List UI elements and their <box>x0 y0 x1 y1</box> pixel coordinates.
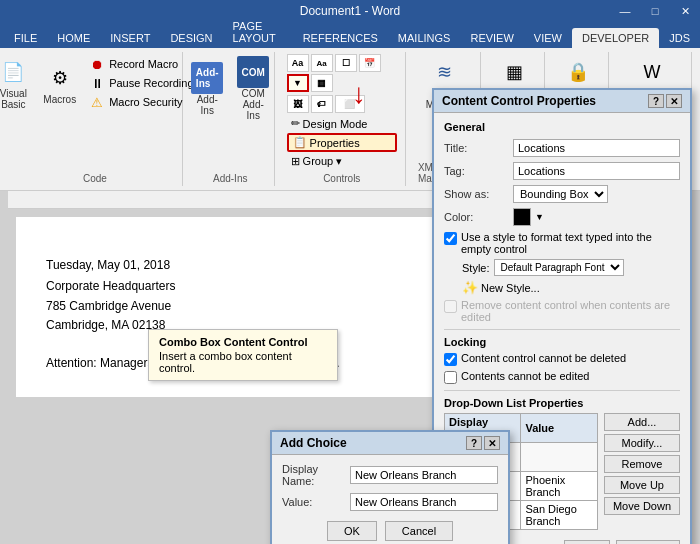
show-as-select[interactable]: Bounding Box Start/End Tag None <box>513 185 608 203</box>
design-props-buttons: ✏ Design Mode 📋 Properties ⊞ Group ▾ <box>287 116 397 169</box>
lock1-checkbox[interactable] <box>444 353 457 366</box>
design-mode-button[interactable]: ✏ Design Mode <box>287 116 397 131</box>
tab-developer[interactable]: DEVELOPER <box>572 28 659 48</box>
pause-label: Pause Recording <box>109 77 193 89</box>
color-picker[interactable] <box>513 208 531 226</box>
ac-help-button[interactable]: ? <box>466 436 482 450</box>
title-field[interactable] <box>513 139 680 157</box>
show-as-label: Show as: <box>444 188 509 200</box>
addins-group-label: Add-Ins <box>213 169 247 184</box>
record-macro-label: Record Macro <box>109 58 178 70</box>
ac-close-button[interactable]: ✕ <box>484 436 500 450</box>
title-text: Document1 - Word <box>300 4 400 18</box>
tab-insert[interactable]: INSERT <box>100 28 160 48</box>
display-name-row: Display Name: <box>282 463 498 487</box>
lock2-checkbox[interactable] <box>444 371 457 384</box>
document-icon: W <box>636 56 668 88</box>
modify-button[interactable]: Modify... <box>604 434 680 452</box>
tab-page-layout[interactable]: PAGE LAYOUT <box>223 16 293 48</box>
new-style-label: New Style... <box>481 282 540 294</box>
ac-titlebar: Add Choice ? ✕ <box>272 432 508 455</box>
close-button[interactable]: ✕ <box>670 0 700 22</box>
style-checkbox[interactable] <box>444 232 457 245</box>
record-icon: ⏺ <box>89 56 105 72</box>
value-input[interactable] <box>350 493 498 511</box>
display-name-input[interactable] <box>350 466 498 484</box>
pause-icon: ⏸ <box>89 75 105 91</box>
ac-cancel-button[interactable]: Cancel <box>385 521 453 541</box>
lock1-row: Content control cannot be deleted <box>444 352 680 366</box>
color-arrow-icon[interactable]: ▼ <box>535 212 544 222</box>
record-macro-button[interactable]: ⏺ Record Macro <box>86 55 196 73</box>
tab-design[interactable]: DESIGN <box>160 28 222 48</box>
ac-ok-button[interactable]: OK <box>327 521 377 541</box>
move-up-button[interactable]: Move Up <box>604 476 680 494</box>
ctrl-btn-7[interactable]: 🖼 <box>287 95 309 113</box>
title-row: Title: <box>444 139 680 157</box>
col-value: Value <box>521 414 597 443</box>
properties-label: Properties <box>310 137 360 149</box>
add-button[interactable]: Add... <box>604 413 680 431</box>
ccp-cancel-button[interactable]: Cancel <box>616 540 680 544</box>
lock2-row: Contents cannot be edited <box>444 370 680 384</box>
window-controls[interactable]: — □ ✕ <box>610 0 700 22</box>
style-select[interactable]: Default Paragraph Font <box>494 259 624 276</box>
ctrl-btn-2[interactable]: Aa <box>311 54 333 72</box>
ctrl-btn-6[interactable]: ▦ <box>311 74 333 92</box>
macro-security-button[interactable]: ⚠ Macro Security <box>86 93 196 111</box>
restore-button[interactable]: □ <box>640 0 670 22</box>
remove-checkbox[interactable] <box>444 300 457 313</box>
red-arrow: ↓ <box>352 78 366 110</box>
add-ins-button[interactable]: Add-Ins Add-Ins <box>187 60 227 118</box>
remove-label: Remove content control when contents are… <box>461 299 680 323</box>
ctrl-btn-3[interactable]: ☐ <box>335 54 357 72</box>
ccp-help-button[interactable]: ? <box>648 94 664 108</box>
group-button[interactable]: ⊞ Group ▾ <box>287 154 397 169</box>
tab-jds[interactable]: JDS <box>659 28 700 48</box>
ccp-title: Content Control Properties <box>442 94 596 108</box>
remove-btn[interactable]: Remove <box>604 455 680 473</box>
design-icon: ✏ <box>291 117 300 130</box>
properties-button[interactable]: 📋 Properties <box>287 133 397 152</box>
tag-field[interactable] <box>513 162 680 180</box>
tab-home[interactable]: HOME <box>47 28 100 48</box>
color-label: Color: <box>444 211 509 223</box>
pause-recording-button[interactable]: ⏸ Pause Recording <box>86 74 196 92</box>
menu-tabs: FILE HOME INSERT DESIGN PAGE LAYOUT REFE… <box>0 22 700 48</box>
ctrl-btn-1[interactable]: Aa <box>287 54 309 72</box>
tab-file[interactable]: FILE <box>4 28 47 48</box>
tab-review[interactable]: REVIEW <box>460 28 523 48</box>
props-icon: 📋 <box>293 136 307 149</box>
style-label: Style: <box>462 262 490 274</box>
com-add-ins-button[interactable]: COM COMAdd-Ins <box>233 54 273 123</box>
color-row: Color: ▼ <box>444 208 680 226</box>
tab-mailings[interactable]: MAILINGS <box>388 28 461 48</box>
tab-references[interactable]: REFERENCES <box>293 28 388 48</box>
tooltip-title: Combo Box Content Control <box>159 336 327 348</box>
macros-button[interactable]: ⚙ Macros <box>39 60 80 107</box>
new-style-row: ✨ New Style... <box>462 280 680 295</box>
new-style-button[interactable]: ✨ New Style... <box>462 280 540 295</box>
general-section: General <box>444 121 680 133</box>
group-icon: ⊞ <box>291 155 300 168</box>
style-checkbox-row: Use a style to format text typed into th… <box>444 231 680 255</box>
macros-icon: ⚙ <box>44 62 76 94</box>
ctrl-btn-4[interactable]: 📅 <box>359 54 381 72</box>
row2-value: San Diego Branch <box>521 501 597 530</box>
move-down-button[interactable]: Move Down <box>604 497 680 515</box>
ac-title: Add Choice <box>280 436 347 450</box>
ctrl-btn-8[interactable]: 🏷 <box>311 95 333 113</box>
ctrl-btn-5[interactable]: ▼ <box>287 74 309 92</box>
ccp-ok-button[interactable]: OK <box>564 540 610 544</box>
tab-view[interactable]: VIEW <box>524 28 572 48</box>
dropdown-props-section: Drop-Down List Properties <box>444 397 680 409</box>
design-mode-label: Design Mode <box>303 118 368 130</box>
style-checkbox-label: Use a style to format text typed into th… <box>461 231 680 255</box>
minimize-button[interactable]: — <box>610 0 640 22</box>
visual-basic-button[interactable]: 📄 VisualBasic <box>0 54 33 112</box>
com-icon: COM <box>237 56 269 88</box>
com-label: COMAdd-Ins <box>237 88 269 121</box>
lock1-label: Content control cannot be deleted <box>461 352 626 364</box>
ac-buttons: OK Cancel <box>282 517 498 541</box>
ccp-close-button[interactable]: ✕ <box>666 94 682 108</box>
